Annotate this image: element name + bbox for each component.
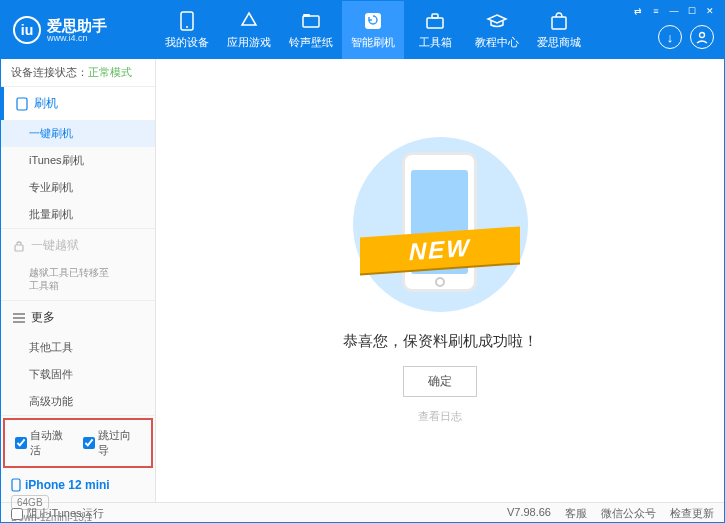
- minimize-icon[interactable]: —: [666, 5, 682, 17]
- device-name: iPhone 12 mini: [11, 478, 145, 492]
- nav-smart-flash[interactable]: 智能刷机: [342, 1, 404, 59]
- svg-rect-6: [432, 14, 438, 18]
- list-icon: [13, 313, 25, 323]
- folder-icon: [300, 10, 322, 32]
- sidebar-item-oneclick-flash[interactable]: 一键刷机: [1, 120, 155, 147]
- graduation-icon: [486, 10, 508, 32]
- svg-rect-2: [303, 16, 319, 27]
- download-icon[interactable]: ↓: [658, 25, 682, 49]
- nav-my-device[interactable]: 我的设备: [156, 1, 218, 59]
- sidebar-flash-header[interactable]: 刷机: [1, 87, 155, 120]
- success-illustration: NEW: [350, 137, 530, 317]
- app-header: iu 爱思助手 www.i4.cn 我的设备 应用游戏 铃声壁纸 智能刷机 工具…: [1, 1, 724, 59]
- nav-apps-games[interactable]: 应用游戏: [218, 1, 280, 59]
- apps-icon: [238, 10, 260, 32]
- settings-icon[interactable]: ⇄: [630, 5, 646, 17]
- toolbox-icon: [424, 10, 446, 32]
- svg-point-1: [186, 26, 188, 28]
- sidebar-item-download-firmware[interactable]: 下载固件: [1, 361, 155, 388]
- svg-rect-5: [427, 18, 443, 28]
- close-icon[interactable]: ✕: [702, 5, 718, 17]
- svg-rect-3: [303, 14, 310, 17]
- top-nav: 我的设备 应用游戏 铃声壁纸 智能刷机 工具箱 教程中心 爱思商城: [156, 1, 590, 59]
- sidebar-item-itunes-flash[interactable]: iTunes刷机: [1, 147, 155, 174]
- refresh-icon: [362, 10, 384, 32]
- phone-illustration: [402, 152, 477, 292]
- svg-rect-10: [15, 245, 23, 251]
- status-value: 正常模式: [88, 66, 132, 78]
- sidebar-item-other-tools[interactable]: 其他工具: [1, 334, 155, 361]
- svg-rect-9: [17, 98, 27, 110]
- nav-store[interactable]: 爱思商城: [528, 1, 590, 59]
- customer-service-link[interactable]: 客服: [565, 506, 587, 521]
- view-log-link[interactable]: 查看日志: [418, 409, 462, 424]
- logo-area: iu 爱思助手 www.i4.cn: [1, 16, 156, 44]
- phone-small-icon: [16, 97, 28, 111]
- ok-button[interactable]: 确定: [403, 366, 477, 397]
- bag-icon: [548, 10, 570, 32]
- nav-ringtones[interactable]: 铃声壁纸: [280, 1, 342, 59]
- svg-rect-7: [552, 17, 566, 29]
- nav-tutorials[interactable]: 教程中心: [466, 1, 528, 59]
- phone-icon: [176, 10, 198, 32]
- logo-icon: iu: [13, 16, 41, 44]
- jailbreak-note: 越狱工具已转移至 工具箱: [1, 262, 155, 300]
- auto-activate-checkbox[interactable]: 自动激活: [15, 428, 73, 458]
- main-content: NEW 恭喜您，保资料刷机成功啦！ 确定 查看日志: [156, 59, 724, 502]
- window-controls: ⇄ ≡ — ☐ ✕: [630, 5, 718, 17]
- sidebar-more-header[interactable]: 更多: [1, 301, 155, 334]
- header-actions: ↓: [658, 25, 714, 49]
- connection-status: 设备连接状态：正常模式: [1, 59, 155, 87]
- success-message: 恭喜您，保资料刷机成功啦！: [343, 332, 538, 351]
- app-url: www.i4.cn: [47, 33, 107, 43]
- sidebar-jailbreak-header: 一键越狱: [1, 229, 155, 262]
- maximize-icon[interactable]: ☐: [684, 5, 700, 17]
- svg-rect-14: [12, 479, 20, 491]
- user-icon[interactable]: [690, 25, 714, 49]
- skip-guide-checkbox[interactable]: 跳过向导: [83, 428, 141, 458]
- sidebar-item-advanced[interactable]: 高级功能: [1, 388, 155, 415]
- nav-toolbox[interactable]: 工具箱: [404, 1, 466, 59]
- sidebar-item-batch-flash[interactable]: 批量刷机: [1, 201, 155, 228]
- sidebar-item-pro-flash[interactable]: 专业刷机: [1, 174, 155, 201]
- svg-point-8: [700, 33, 705, 38]
- device-icon: [11, 478, 21, 492]
- check-update-link[interactable]: 检查更新: [670, 506, 714, 521]
- sidebar: 设备连接状态：正常模式 刷机 一键刷机 iTunes刷机 专业刷机 批量刷机 一…: [1, 59, 156, 502]
- menu-icon[interactable]: ≡: [648, 5, 664, 17]
- version-label: V7.98.66: [507, 506, 551, 521]
- block-itunes-checkbox[interactable]: 阻止iTunes运行: [11, 506, 104, 521]
- wechat-link[interactable]: 微信公众号: [601, 506, 656, 521]
- lock-icon: [13, 240, 25, 252]
- options-row: 自动激活 跳过向导: [3, 418, 153, 468]
- app-name: 爱思助手: [47, 18, 107, 33]
